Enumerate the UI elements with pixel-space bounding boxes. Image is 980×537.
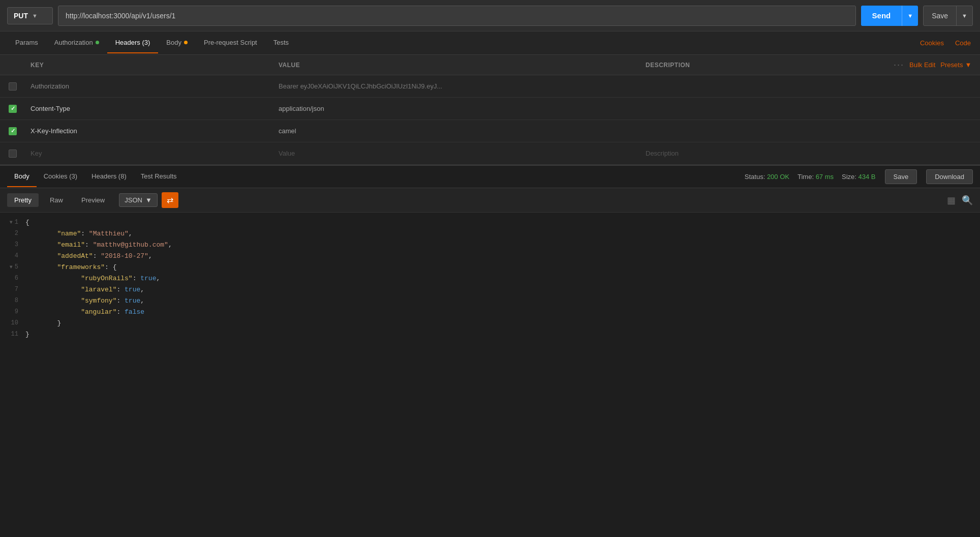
row1-checkbox[interactable] [0, 82, 25, 91]
bulk-edit-button[interactable]: Bulk Edit [909, 61, 935, 69]
row1-key[interactable]: Authorization [25, 82, 273, 90]
time-value: 67 ms [816, 173, 834, 181]
code-line-2: 2 "name": "Matthieu", [0, 229, 980, 240]
search-button[interactable]: 🔍 [962, 195, 973, 206]
format-bar: Pretty Raw Preview JSON ▼ ⇄ ▦ 🔍 [0, 188, 980, 213]
code-line-1: ▼1 { [0, 218, 980, 229]
status-value: 200 OK [767, 173, 789, 181]
headers-section: KEY VALUE DESCRIPTION ··· Bulk Edit Pres… [0, 55, 980, 165]
response-save-button[interactable]: Save [885, 169, 917, 184]
method-dropdown-arrow: ▼ [32, 13, 38, 19]
code-line-11: 11 } [0, 330, 980, 341]
response-tabs: Body Cookies (3) Headers (8) Test Result… [0, 165, 980, 188]
method-label: PUT [14, 12, 28, 20]
copy-icon: ▦ [947, 195, 956, 205]
more-options-icon[interactable]: ··· [894, 59, 904, 70]
code-viewer: ▼1 { 2 "name": "Matthieu", 3 "email": "m… [0, 213, 980, 537]
row3-key[interactable]: X-Key-Inflection [25, 127, 273, 135]
resp-tab-body[interactable]: Body [7, 166, 37, 187]
tab-headers[interactable]: Headers (3) [107, 33, 159, 53]
table-header-row: KEY VALUE DESCRIPTION ··· Bulk Edit Pres… [0, 55, 980, 75]
response-download-button[interactable]: Download [926, 169, 973, 184]
code-line-7: 7 "laravel": true, [0, 285, 980, 296]
presets-arrow-icon: ▼ [965, 61, 971, 69]
row2-key[interactable]: Content-Type [25, 105, 273, 112]
status-label: Status: 200 OK [745, 173, 789, 181]
row2-checkbox[interactable] [0, 105, 25, 113]
row4-value[interactable]: Value [273, 150, 640, 157]
format-bar-right: ▦ 🔍 [947, 195, 973, 206]
fmt-tab-pretty[interactable]: Pretty [7, 193, 39, 207]
size-value: 434 B [859, 173, 876, 181]
main-content: Params Authorization Headers (3) Body Pr… [0, 32, 980, 537]
row1-value[interactable]: Bearer eyJ0eXAiOiJKV1QiLCJhbGciOiJIUzI1N… [273, 82, 640, 90]
code-line-4: 4 "addedAt": "2018-10-27", [0, 251, 980, 262]
checkbox-unchecked[interactable] [9, 82, 17, 91]
save-button-group: Save ▼ [923, 6, 973, 26]
table-row: X-Key-Inflection camel [0, 120, 980, 142]
url-input[interactable] [58, 6, 856, 26]
table-row: Authorization Bearer eyJ0eXAiOiJKV1QiLCJ… [0, 75, 980, 98]
row4-desc[interactable]: Description [640, 150, 889, 157]
search-icon: 🔍 [962, 195, 973, 205]
code-link[interactable]: Code [953, 33, 973, 53]
checkbox-checked[interactable] [9, 105, 17, 113]
row3-checkbox[interactable] [0, 127, 25, 135]
cookies-link[interactable]: Cookies [918, 33, 946, 53]
actions-col-header: ··· Bulk Edit Presets ▼ [889, 59, 980, 70]
time-label: Time: 67 ms [798, 173, 834, 181]
status-area: Status: 200 OK Time: 67 ms Size: 434 B [745, 173, 876, 181]
fmt-tab-raw[interactable]: Raw [43, 193, 70, 207]
fmt-tab-preview[interactable]: Preview [74, 193, 112, 207]
checkbox-unchecked[interactable] [9, 150, 17, 158]
table-row-placeholder: Key Value Description [0, 142, 980, 165]
key-col-header: KEY [25, 62, 273, 69]
code-line-8: 8 "symfony": true, [0, 296, 980, 307]
response-tab-right: Status: 200 OK Time: 67 ms Size: 434 B S… [745, 169, 973, 184]
tab-tests[interactable]: Tests [265, 33, 297, 53]
send-dropdown-arrow[interactable]: ▼ [902, 6, 918, 26]
send-button-group: Send ▼ [861, 6, 918, 26]
tab-params[interactable]: Params [7, 33, 46, 53]
save-button[interactable]: Save [924, 12, 956, 20]
presets-button[interactable]: Presets ▼ [940, 61, 971, 69]
row2-value[interactable]: application/json [273, 105, 640, 112]
tab-pre-request[interactable]: Pre-request Script [196, 33, 265, 53]
word-wrap-button[interactable]: ⇄ [162, 192, 178, 208]
save-dropdown-arrow[interactable]: ▼ [956, 6, 972, 25]
table-row: Content-Type application/json [0, 98, 980, 120]
format-select-arrow: ▼ [145, 196, 152, 204]
method-dropdown[interactable]: PUT ▼ [7, 7, 53, 24]
request-tab-right: Cookies Code [918, 33, 973, 53]
row4-key[interactable]: Key [25, 150, 273, 157]
tab-authorization[interactable]: Authorization [46, 33, 107, 53]
word-wrap-icon: ⇄ [167, 195, 173, 205]
authorization-dot [96, 41, 99, 44]
format-select[interactable]: JSON ▼ [119, 193, 158, 207]
resp-tab-cookies[interactable]: Cookies (3) [37, 166, 84, 187]
top-bar: PUT ▼ Send ▼ Save ▼ [0, 0, 980, 32]
body-dot [184, 41, 188, 44]
value-col-header: VALUE [273, 62, 640, 69]
code-line-5: ▼5 "frameworks": { [0, 262, 980, 274]
request-tabs: Params Authorization Headers (3) Body Pr… [0, 32, 980, 55]
copy-button[interactable]: ▦ [947, 195, 956, 206]
resp-tab-test-results[interactable]: Test Results [134, 166, 184, 187]
row4-checkbox[interactable] [0, 150, 25, 158]
code-line-10: 10 } [0, 318, 980, 330]
tab-body[interactable]: Body [158, 33, 196, 53]
send-button[interactable]: Send [861, 6, 902, 26]
row3-value[interactable]: camel [273, 127, 640, 135]
size-label: Size: 434 B [842, 173, 876, 181]
resp-tab-headers[interactable]: Headers (8) [84, 166, 134, 187]
code-line-9: 9 "angular": false [0, 307, 980, 318]
code-line-3: 3 "email": "matthv@github.com", [0, 240, 980, 251]
checkbox-checked[interactable] [9, 127, 17, 135]
desc-col-header: DESCRIPTION [640, 62, 889, 69]
code-line-6: 6 "rubyOnRails": true, [0, 274, 980, 285]
